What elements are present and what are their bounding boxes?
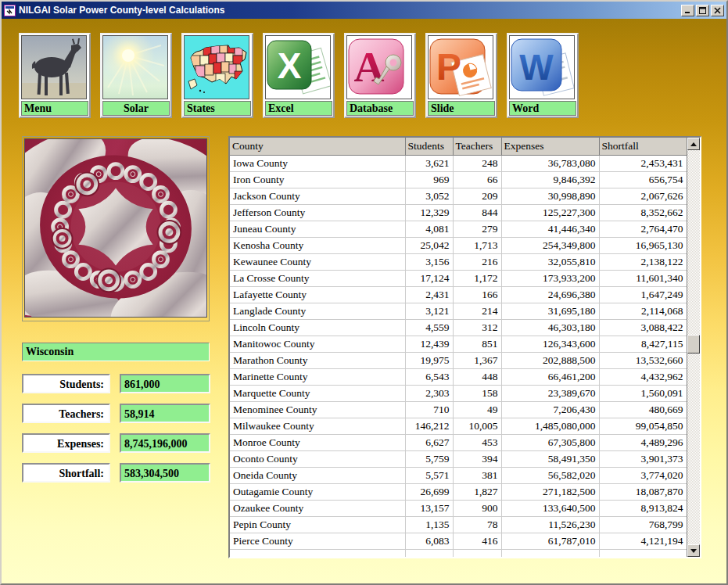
vertical-scrollbar[interactable] [687, 138, 700, 557]
table-cell[interactable]: 1,827 [453, 483, 501, 500]
table-cell[interactable]: Juneau County [230, 221, 405, 237]
table-cell[interactable]: 31,695,180 [501, 303, 599, 319]
table-cell[interactable]: 25,042 [405, 237, 453, 253]
table-cell[interactable]: 8,913,824 [599, 500, 687, 516]
word-button[interactable]: W Word [507, 33, 579, 118]
table-cell[interactable]: 125,227,300 [501, 204, 599, 221]
table-cell[interactable]: Kenosha County [230, 237, 405, 253]
table-cell[interactable]: 10,005 [453, 418, 501, 434]
table-cell[interactable]: 453 [453, 434, 501, 450]
table-cell[interactable]: 3,156 [405, 253, 453, 270]
table-cell[interactable]: 6,543 [405, 368, 453, 385]
table-cell[interactable]: 381 [453, 467, 501, 483]
table-cell[interactable]: 3,621 [405, 155, 453, 171]
table-cell[interactable]: 26,699 [405, 483, 453, 500]
scroll-up-button[interactable] [687, 138, 700, 150]
table-cell[interactable]: Outagamie County [230, 483, 405, 500]
table-cell[interactable]: 173,933,200 [501, 270, 599, 286]
table-cell[interactable]: 66,461,200 [501, 368, 599, 385]
table-cell[interactable]: 3,774,020 [599, 467, 687, 483]
maximize-button[interactable] [696, 5, 709, 16]
table-cell[interactable]: 851 [453, 336, 501, 352]
table-cell[interactable]: 8,427,115 [599, 336, 687, 352]
titlebar[interactable]: NILGAI Solar Power County-level Calculat… [2, 2, 726, 19]
table-cell[interactable]: 2,067,626 [599, 188, 687, 204]
table-cell[interactable]: Jackson County [230, 188, 405, 204]
table-cell[interactable]: 216 [453, 253, 501, 270]
table-cell[interactable]: Pepin County [230, 516, 405, 533]
table-cell[interactable]: 844 [453, 204, 501, 221]
table-cell[interactable]: Lafayette County [230, 286, 405, 303]
table-cell[interactable]: 394 [453, 450, 501, 467]
table-cell[interactable]: Ozaukee County [230, 500, 405, 516]
table-cell[interactable]: Oneida County [230, 467, 405, 483]
students-value-field[interactable]: 861,000 [120, 374, 210, 393]
table-cell[interactable]: 58,491,350 [501, 450, 599, 467]
scrollbar-thumb[interactable] [687, 335, 700, 354]
table-cell[interactable]: 30,998,890 [501, 188, 599, 204]
table-cell[interactable]: 279 [453, 221, 501, 237]
table-cell[interactable]: 4,081 [405, 221, 453, 237]
excel-button[interactable]: X Excel [263, 33, 335, 118]
table-cell[interactable]: 4,559 [405, 319, 453, 336]
table-cell[interactable]: 656,754 [599, 171, 687, 188]
table-cell[interactable]: Pierce County [230, 533, 405, 549]
table-cell[interactable]: Monroe County [230, 434, 405, 450]
table-cell[interactable]: 3,052 [405, 188, 453, 204]
column-header-students[interactable]: Students [405, 138, 453, 155]
table-cell[interactable]: Jefferson County [230, 204, 405, 221]
table-cell[interactable]: 1,560,091 [599, 385, 687, 401]
table-cell[interactable]: 24,696,380 [501, 286, 599, 303]
table-cell[interactable]: Iron County [230, 171, 405, 188]
table-cell[interactable]: 9,846,392 [501, 171, 599, 188]
table-cell[interactable]: 2,303 [405, 385, 453, 401]
table-cell[interactable]: 2,138,122 [599, 253, 687, 270]
table-cell[interactable]: 23,389,670 [501, 385, 599, 401]
table-cell[interactable]: 66 [453, 171, 501, 188]
table-cell[interactable]: 5,759 [405, 450, 453, 467]
table-cell[interactable]: 2,764,470 [599, 221, 687, 237]
table-cell[interactable]: 710 [405, 401, 453, 418]
table-cell[interactable]: 1,172 [453, 270, 501, 286]
table-cell[interactable]: 11,601,340 [599, 270, 687, 286]
table-cell[interactable]: 202,888,500 [501, 352, 599, 368]
shortfall-value-field[interactable]: 583,304,500 [120, 463, 210, 483]
column-header-expenses[interactable]: Expenses [501, 138, 599, 155]
table-cell[interactable]: 133,640,500 [501, 500, 599, 516]
table-cell[interactable]: 126,343,600 [501, 336, 599, 352]
table-cell[interactable]: Iowa County [230, 155, 405, 171]
table-cell[interactable]: 3,901,373 [599, 450, 687, 467]
table-cell[interactable]: 900 [453, 500, 501, 516]
table-cell[interactable]: 312 [453, 319, 501, 336]
table-cell[interactable]: 99,054,850 [599, 418, 687, 434]
table-cell[interactable]: Langlade County [230, 303, 405, 319]
table-cell[interactable]: 46,303,180 [501, 319, 599, 336]
table-cell[interactable]: 7,206,430 [501, 401, 599, 418]
database-button[interactable]: A Database [344, 33, 416, 118]
table-cell[interactable]: 41,446,340 [501, 221, 599, 237]
table-cell[interactable]: 416 [453, 533, 501, 549]
table-cell[interactable]: 448 [453, 368, 501, 385]
table-cell[interactable]: 49 [453, 401, 501, 418]
table-cell[interactable]: 8,352,662 [599, 204, 687, 221]
table-cell[interactable]: Milwaukee County [230, 418, 405, 434]
slide-button[interactable]: P Slide [425, 33, 497, 118]
solar-button[interactable]: Solar [100, 33, 172, 118]
table-cell[interactable]: 1,713 [453, 237, 501, 253]
table-cell[interactable]: 6,627 [405, 434, 453, 450]
table-cell[interactable]: 1,647,249 [599, 286, 687, 303]
table-cell[interactable]: Kewaunee County [230, 253, 405, 270]
table-cell[interactable]: 1,485,080,000 [501, 418, 599, 434]
table-cell[interactable]: 480,669 [599, 401, 687, 418]
states-button[interactable]: States [181, 33, 253, 118]
table-cell[interactable]: Lincoln County [230, 319, 405, 336]
table-cell[interactable]: Menominee County [230, 401, 405, 418]
close-button[interactable] [711, 5, 724, 16]
table-cell[interactable]: 768,799 [599, 516, 687, 533]
table-cell[interactable]: 12,329 [405, 204, 453, 221]
table-cell[interactable]: 16,965,130 [599, 237, 687, 253]
table-cell[interactable]: 214 [453, 303, 501, 319]
minimize-button[interactable] [681, 5, 694, 16]
expenses-value-field[interactable]: 8,745,196,000 [120, 433, 210, 453]
table-cell[interactable]: 61,787,010 [501, 533, 599, 549]
